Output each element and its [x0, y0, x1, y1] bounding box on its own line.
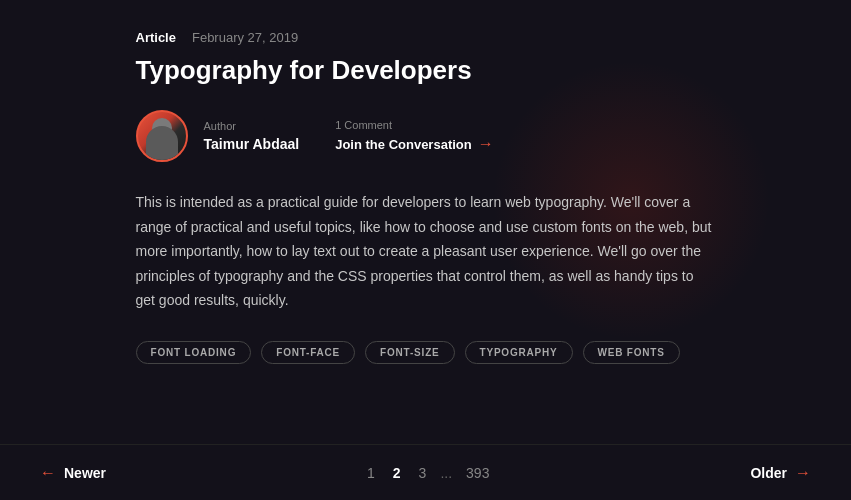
older-link[interactable]: Older →: [750, 464, 811, 482]
author-info: Author Taimur Abdaal: [204, 120, 300, 152]
older-label: Older: [750, 465, 787, 481]
join-conversation-text: Join the Conversation: [335, 137, 472, 152]
comment-count: 1 Comment: [335, 119, 494, 131]
main-content: Article February 27, 2019 Typography for…: [116, 0, 736, 384]
page-3[interactable]: 3: [415, 463, 431, 483]
join-conversation-link[interactable]: Join the Conversation →: [335, 135, 494, 153]
article-meta: Article February 27, 2019: [136, 30, 716, 45]
pagination: ← Newer 1 2 3 ... 393 Older →: [0, 444, 851, 500]
left-arrow-icon: ←: [40, 464, 56, 482]
tag-item[interactable]: FONT-SIZE: [365, 341, 454, 364]
page-1[interactable]: 1: [363, 463, 379, 483]
page-ellipsis: ...: [440, 465, 452, 481]
newer-label: Newer: [64, 465, 106, 481]
newer-link[interactable]: ← Newer: [40, 464, 106, 482]
page-2-active[interactable]: 2: [389, 463, 405, 483]
article-date: February 27, 2019: [192, 30, 298, 45]
tag-item[interactable]: TYPOGRAPHY: [465, 341, 573, 364]
article-title: Typography for Developers: [136, 55, 716, 86]
article-body: This is intended as a practical guide fo…: [136, 190, 716, 313]
right-arrow-icon: →: [795, 464, 811, 482]
page-numbers: 1 2 3 ... 393: [363, 463, 493, 483]
tag-item[interactable]: WEB FONTS: [583, 341, 680, 364]
tag-item[interactable]: FONT-FACE: [261, 341, 355, 364]
author-name: Taimur Abdaal: [204, 136, 300, 152]
author-section: Author Taimur Abdaal 1 Comment Join the …: [136, 110, 716, 162]
comment-section: 1 Comment Join the Conversation →: [335, 119, 494, 153]
tag-item[interactable]: FONT LOADING: [136, 341, 252, 364]
tags-container: FONT LOADINGFONT-FACEFONT-SIZETYPOGRAPHY…: [136, 341, 716, 364]
page-393[interactable]: 393: [462, 463, 493, 483]
arrow-right-icon: →: [478, 135, 494, 153]
avatar: [136, 110, 188, 162]
article-type-label: Article: [136, 30, 176, 45]
avatar-body: [146, 126, 178, 162]
author-label: Author: [204, 120, 300, 132]
